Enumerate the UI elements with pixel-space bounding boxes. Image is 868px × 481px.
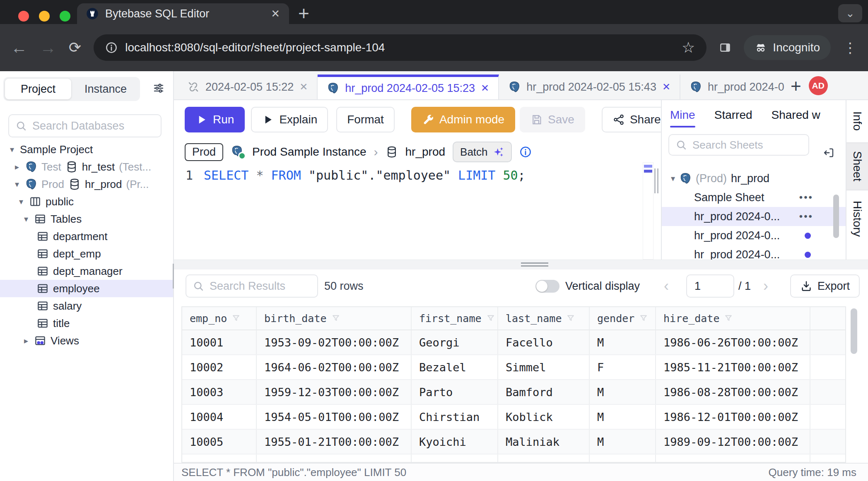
tab-mine[interactable]: Mine — [670, 108, 695, 122]
cell[interactable]: Facello — [498, 330, 590, 354]
tree-item-table-employee[interactable]: employee — [0, 280, 173, 297]
tab-history[interactable]: History — [846, 192, 868, 246]
cell[interactable]: 1985-11-21T00:00:00Z — [656, 355, 810, 379]
splitter-grip-icon[interactable] — [521, 262, 548, 268]
cell[interactable]: 1986-06-26T00:00:00Z — [656, 330, 810, 354]
collapse-panel-icon[interactable] — [822, 147, 835, 159]
format-button[interactable]: Format — [336, 107, 395, 132]
close-tab-icon[interactable]: ✕ — [271, 7, 280, 20]
cell[interactable]: Parto — [412, 380, 498, 404]
tree-item-hr-prod[interactable]: ▾ Prod hr_prod (Pr... — [0, 176, 173, 193]
tree-item-table-dept-emp[interactable]: dept_emp — [0, 245, 173, 262]
table-row[interactable]: 10001 1953-09-02T00:00:00Z Georgi Facell… — [182, 330, 845, 355]
column-header[interactable]: gender — [590, 307, 656, 329]
cell[interactable]: 1953-04-20T00:00:00Z — [257, 455, 412, 463]
cell[interactable]: 1954-05-01T00:00:00Z — [257, 405, 412, 429]
more-actions-icon[interactable]: ••• — [799, 211, 813, 222]
column-header[interactable]: hire_date — [656, 307, 810, 329]
chevron-down-icon[interactable]: ▾ — [8, 144, 16, 154]
tree-item-table-dept-manager[interactable]: dept_manager — [0, 262, 173, 280]
tab-search-chevron-button[interactable]: ⌄ — [838, 4, 862, 22]
cell[interactable]: 10004 — [182, 405, 257, 429]
chevron-down-icon[interactable]: ▾ — [22, 214, 30, 224]
cell[interactable]: Maliniak — [498, 430, 590, 454]
more-actions-icon[interactable]: ••• — [799, 192, 813, 203]
cell[interactable]: 10006 — [182, 455, 257, 463]
results-scrollbar[interactable] — [851, 308, 857, 354]
sql-code-area[interactable]: 1SELECT * FROM "public"."employee" LIMIT… — [174, 168, 661, 183]
tree-item-views-group[interactable]: ▸ Views — [0, 332, 173, 349]
new-tab-button[interactable]: + — [298, 5, 309, 22]
search-results-input[interactable]: Search Results — [186, 274, 318, 298]
editor-tab-1[interactable]: 2024-02-05 15:22 ✕ — [178, 75, 318, 99]
back-button[interactable]: ← — [11, 39, 27, 56]
cell[interactable]: F — [590, 355, 656, 379]
url-text[interactable]: localhost:8080/sql-editor/sheet/project-… — [125, 41, 674, 54]
table-row[interactable]: 10005 1955-01-21T00:00:00Z Kyoichi Malin… — [182, 430, 845, 455]
tab-project[interactable]: Project — [5, 79, 71, 99]
sort-icon[interactable] — [231, 313, 241, 323]
zoom-window-button[interactable] — [60, 11, 70, 22]
chevron-down-icon[interactable]: ▾ — [17, 197, 25, 207]
close-tab-icon[interactable]: ✕ — [299, 81, 308, 93]
cell[interactable]: Anneke — [412, 455, 498, 463]
close-tab-icon[interactable]: ✕ — [662, 81, 670, 93]
column-header[interactable]: last_name — [498, 307, 590, 329]
prev-page-button[interactable]: ‹ — [658, 274, 675, 298]
admin-mode-button[interactable]: Admin mode — [411, 107, 515, 132]
cell[interactable]: 1964-06-02T00:00:00Z — [257, 355, 412, 379]
cell[interactable]: 1986-12-01T00:00:00Z — [656, 405, 810, 429]
search-sheets-input[interactable]: Search Sheets — [668, 134, 809, 156]
new-sheet-tab-button[interactable]: + — [791, 79, 801, 94]
tree-item-schema-public[interactable]: ▾ public — [0, 193, 173, 210]
editor-tab-2-active[interactable]: hr_prod 2024-02-05 15:23 ✕ — [318, 75, 499, 99]
user-avatar[interactable]: AD — [809, 76, 828, 95]
reload-button[interactable]: ⟳ — [69, 40, 81, 55]
cell[interactable]: Bezalel — [412, 355, 498, 379]
tree-item-project[interactable]: ▾ Sample Project — [0, 141, 173, 158]
sort-icon[interactable] — [639, 313, 649, 323]
cell[interactable]: 1986-08-28T00:00:00Z — [656, 380, 810, 404]
sheet-item-sample[interactable]: Sample Sheet ••• — [662, 188, 846, 207]
tree-item-table-salary[interactable]: salary — [0, 297, 173, 315]
sort-icon[interactable] — [331, 313, 341, 323]
cell[interactable]: M — [590, 430, 656, 454]
side-panel-icon[interactable] — [719, 41, 731, 54]
cell[interactable]: M — [590, 380, 656, 404]
table-row[interactable]: 10006 1953-04-20T00:00:00Z Anneke Preusi… — [182, 455, 845, 463]
sheet-list-scrollbar[interactable] — [833, 195, 839, 238]
cell[interactable]: Kyoichi — [412, 430, 498, 454]
tree-item-table-title[interactable]: title — [0, 315, 173, 332]
chevron-down-icon[interactable]: ▾ — [671, 173, 675, 183]
cell[interactable]: Preusig — [498, 455, 590, 463]
sheet-item[interactable]: hr_prod 2024-0... — [662, 226, 846, 245]
cell[interactable]: Chirstian — [412, 405, 498, 429]
cell[interactable]: Georgi — [412, 330, 498, 354]
editor-tab-3[interactable]: hr_prod 2024-02-05 15:43 ✕ — [499, 75, 680, 99]
cell[interactable]: 1959-12-03T00:00:00Z — [257, 380, 412, 404]
cell[interactable]: 1955-01-21T00:00:00Z — [257, 430, 412, 454]
table-row[interactable]: 10004 1954-05-01T00:00:00Z Chirstian Kob… — [182, 405, 845, 430]
sort-icon[interactable] — [486, 313, 496, 323]
run-button[interactable]: Run — [185, 107, 245, 132]
database-name[interactable]: hr_prod — [405, 145, 446, 159]
sheet-item-selected[interactable]: hr_prod 2024-0... ••• — [662, 207, 846, 226]
cell[interactable]: 10003 — [182, 380, 257, 404]
cell[interactable]: M — [590, 405, 656, 429]
column-header[interactable]: first_name — [412, 307, 498, 329]
next-page-button[interactable]: › — [757, 274, 774, 298]
cell[interactable]: F — [590, 455, 656, 463]
tree-item-hr-test[interactable]: ▸ Test hr_test (Test... — [0, 158, 173, 176]
table-row[interactable]: 10003 1959-12-03T00:00:00Z Parto Bamford… — [182, 380, 845, 405]
cell[interactable]: 10002 — [182, 355, 257, 379]
export-button[interactable]: Export — [790, 274, 860, 298]
editor-overview-ruler[interactable] — [643, 162, 653, 260]
forward-button[interactable]: → — [40, 39, 56, 56]
tab-info[interactable]: Info — [846, 100, 868, 142]
explain-button[interactable]: Explain — [251, 107, 328, 132]
column-header[interactable]: birth_date — [257, 307, 412, 329]
chevron-right-icon[interactable]: ▸ — [13, 162, 21, 172]
tree-item-table-department[interactable]: department — [0, 228, 173, 245]
filter-settings-icon[interactable] — [152, 82, 165, 94]
sort-icon[interactable] — [723, 313, 733, 323]
